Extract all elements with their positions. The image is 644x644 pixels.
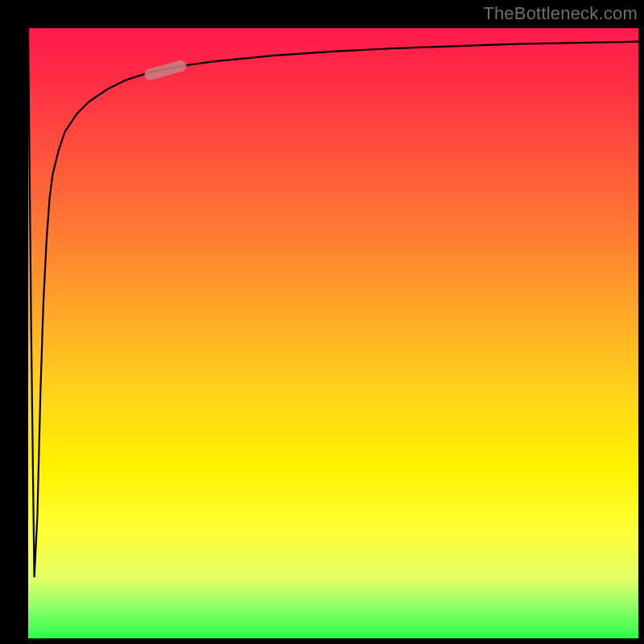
chart-frame: TheBottleneck.com [0,0,644,644]
curve-marker [151,66,181,75]
chart-overlay [28,28,638,638]
attribution-text: TheBottleneck.com [483,3,638,24]
bottleneck-curve [28,28,638,577]
svg-line-0 [151,66,181,75]
